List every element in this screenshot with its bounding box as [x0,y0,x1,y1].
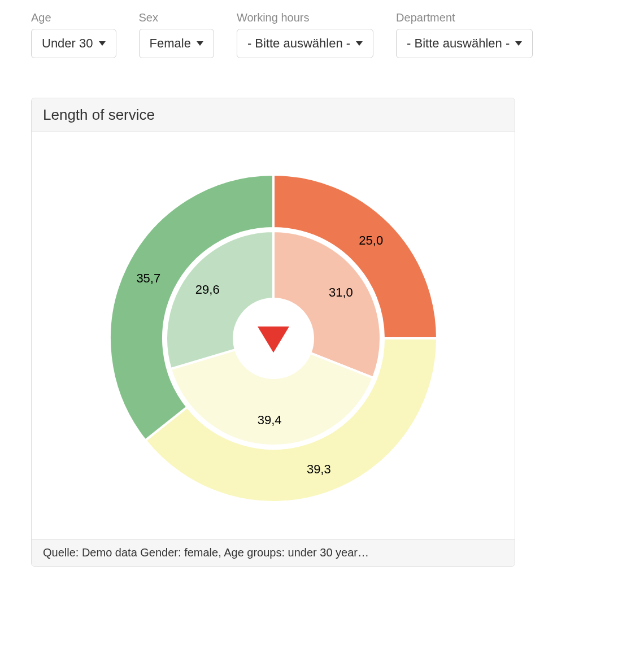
department-dropdown[interactable]: - Bitte auswählen - [396,29,533,58]
sex-dropdown-value: Female [150,36,191,51]
department-dropdown-value: - Bitte auswählen - [407,36,510,51]
age-dropdown-value: Under 30 [42,36,93,51]
filter-department-label: Department [396,11,533,24]
caret-down-icon [197,41,203,46]
filter-department: Department - Bitte auswählen - [396,11,533,58]
panel-footer: Quelle: Demo data Gender: female, Age gr… [32,539,515,566]
working-hours-dropdown[interactable]: - Bitte auswählen - [237,29,373,58]
caret-down-icon [356,41,363,46]
filter-age: Age Under 30 [31,11,116,58]
donut-chart: 25,039,335,731,039,429,6 [98,163,449,513]
filter-sex: Sex Female [139,11,214,58]
filter-age-label: Age [31,11,116,24]
caret-down-icon [515,41,522,46]
svg-marker-1 [197,41,203,46]
svg-marker-2 [356,41,363,46]
filter-sex-label: Sex [139,11,214,24]
filter-working-hours: Working hours - Bitte auswählen - [237,11,373,58]
length-of-service-panel: Length of service 25,039,335,731,039,429… [31,98,515,567]
panel-body: 25,039,335,731,039,429,6 [32,132,515,539]
age-dropdown[interactable]: Under 30 [31,29,116,58]
filter-working-hours-label: Working hours [237,11,373,24]
sex-dropdown[interactable]: Female [139,29,214,58]
svg-marker-3 [515,41,522,46]
working-hours-dropdown-value: - Bitte auswählen - [247,36,350,51]
svg-marker-0 [99,41,106,46]
filter-bar: Age Under 30 Sex Female Working hours - … [31,11,627,58]
caret-down-icon [99,41,106,46]
panel-title: Length of service [32,98,515,132]
